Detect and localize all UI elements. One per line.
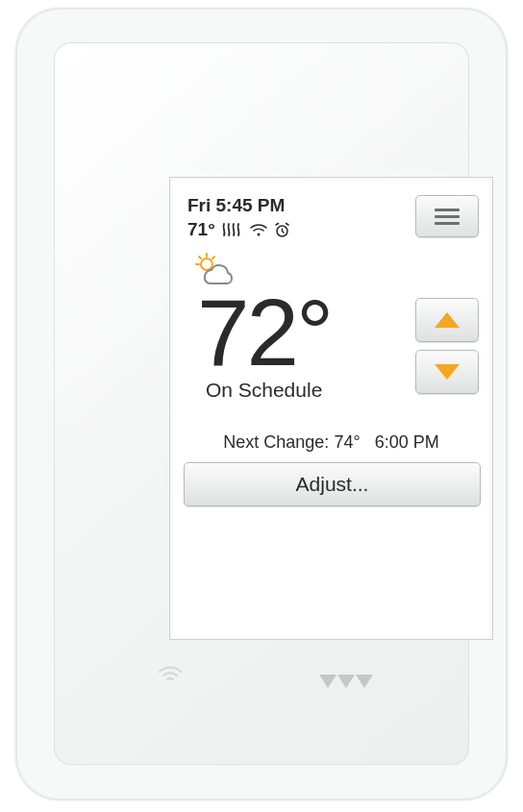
alarm-clock-icon [274, 222, 290, 238]
setpoint-block: 72° On Schedule [197, 290, 331, 402]
svg-line-6 [212, 257, 214, 258]
arrow-up-icon [435, 312, 460, 328]
status-block: Fri 5:45 PM 71° [187, 195, 290, 240]
bezel-wifi-icon [158, 665, 183, 688]
mode-label: On Schedule [206, 379, 322, 402]
touchscreen: Fri 5:45 PM 71° [169, 177, 493, 640]
heat-waves-icon [222, 222, 243, 237]
next-change-row: Next Change: 74° 6:00 PM [170, 432, 492, 453]
setpoint-temp: 72° [197, 290, 331, 375]
main-row: 72° On Schedule [170, 290, 492, 402]
bezel-brand-icon [319, 675, 373, 688]
next-change-label: Next Change: [223, 432, 329, 452]
temp-down-button[interactable] [415, 350, 479, 394]
wifi-icon [250, 222, 267, 237]
next-change-temp: 74° [334, 432, 360, 452]
header-row: Fri 5:45 PM 71° [170, 178, 492, 248]
temp-adjust-controls [415, 298, 479, 394]
adjust-button[interactable]: Adjust... [184, 462, 481, 506]
svg-point-2 [201, 258, 212, 270]
adjust-button-label: Adjust... [296, 473, 369, 496]
thermostat-device: Fri 5:45 PM 71° [15, 8, 508, 800]
arrow-down-icon [435, 364, 460, 380]
svg-line-5 [199, 257, 201, 258]
menu-button[interactable] [415, 195, 479, 237]
temp-up-button[interactable] [415, 298, 479, 342]
svg-point-0 [257, 234, 260, 236]
datetime-label: Fri 5:45 PM [187, 195, 290, 216]
hamburger-icon [435, 209, 460, 225]
next-change-time: 6:00 PM [375, 432, 439, 452]
device-face: Fri 5:45 PM 71° [54, 42, 469, 765]
ambient-temp-label: 71° [187, 219, 215, 240]
